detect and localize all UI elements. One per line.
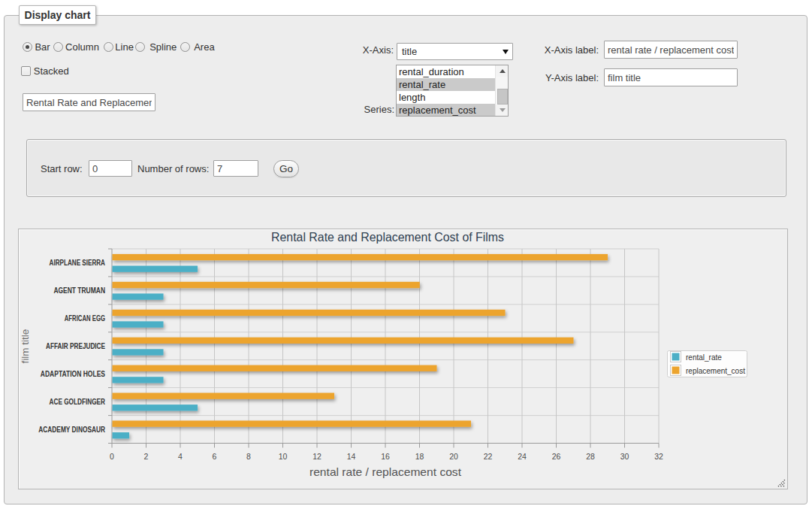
svg-text:AIRPLANE SIERRA: AIRPLANE SIERRA <box>50 259 105 267</box>
svg-text:ACE GOLDFINGER: ACE GOLDFINGER <box>50 398 106 406</box>
svg-text:14: 14 <box>347 452 356 461</box>
svg-text:10: 10 <box>279 452 288 461</box>
svg-text:film title: film title <box>20 329 31 364</box>
svg-text:20: 20 <box>449 452 458 461</box>
svg-text:ACADEMY DINOSAUR: ACADEMY DINOSAUR <box>38 426 105 434</box>
svg-text:AGENT TRUMAN: AGENT TRUMAN <box>53 286 105 295</box>
svg-text:8: 8 <box>246 452 251 461</box>
svg-text:4: 4 <box>178 452 183 461</box>
svg-text:16: 16 <box>381 452 390 461</box>
svg-text:32: 32 <box>654 452 663 461</box>
svg-text:AFRICAN EGG: AFRICAN EGG <box>65 314 105 323</box>
svg-text:AFFAIR PREJUDICE: AFFAIR PREJUDICE <box>46 342 105 350</box>
svg-text:6: 6 <box>213 452 217 461</box>
svg-text:28: 28 <box>586 452 595 461</box>
svg-text:18: 18 <box>415 452 424 461</box>
svg-text:Rental Rate and Replacement Co: Rental Rate and Replacement Cost of Film… <box>271 230 504 244</box>
svg-text:rental rate / replacement cost: rental rate / replacement cost <box>309 465 462 478</box>
svg-text:24: 24 <box>518 452 527 461</box>
svg-text:replacement_cost: replacement_cost <box>686 367 745 375</box>
svg-text:2: 2 <box>144 452 149 461</box>
svg-text:0: 0 <box>110 452 114 461</box>
svg-text:22: 22 <box>484 452 493 461</box>
svg-text:26: 26 <box>552 452 561 461</box>
svg-text:12: 12 <box>312 452 321 461</box>
svg-text:ADAPTATION HOLES: ADAPTATION HOLES <box>41 370 105 378</box>
svg-text:30: 30 <box>620 452 629 461</box>
svg-text:rental_rate: rental_rate <box>686 353 722 362</box>
